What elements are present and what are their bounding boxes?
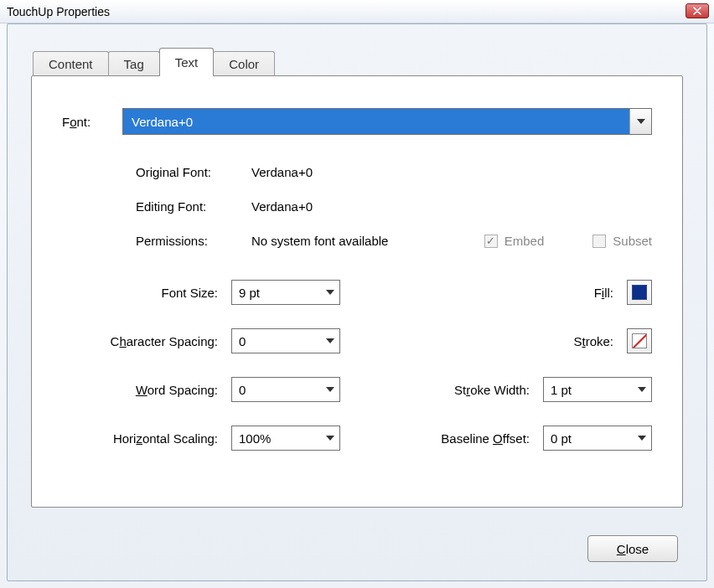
- permissions-label: Permissions:: [136, 234, 251, 248]
- properties-grid: Font Size: 9 pt Fill: Character Spacing:: [62, 280, 652, 451]
- baseline-offset-field: Baseline Offset: 0 pt: [374, 426, 652, 451]
- character-spacing-value: 0: [232, 329, 321, 353]
- tab-text[interactable]: Text: [159, 48, 215, 76]
- chevron-down-icon: [633, 378, 651, 401]
- window-title: TouchUp Properties: [7, 5, 110, 18]
- editing-font-row: Editing Font: Verdana+0: [136, 199, 652, 214]
- dialog-footer: Close: [587, 535, 678, 562]
- font-combobox-button: [629, 109, 651, 134]
- font-row: Font: Verdana+0: [62, 108, 652, 135]
- subset-checkbox-group: Subset: [592, 234, 652, 248]
- stroke-field: Stroke:: [374, 328, 652, 353]
- editing-font-label: Editing Font:: [136, 199, 251, 214]
- font-size-value: 9 pt: [232, 281, 321, 304]
- character-spacing-combobox[interactable]: 0: [231, 328, 340, 353]
- font-size-combobox[interactable]: 9 pt: [231, 280, 340, 305]
- stroke-none-swatch: [632, 333, 647, 348]
- font-label: Font:: [62, 115, 122, 129]
- tabstrip: Content Tag Text Color: [33, 48, 683, 76]
- horizontal-scaling-combobox[interactable]: 100%: [231, 426, 340, 451]
- chevron-down-icon: [637, 119, 645, 124]
- stroke-label: Stroke:: [573, 334, 613, 348]
- horizontal-scaling-value: 100%: [232, 426, 321, 450]
- tab-content[interactable]: Content: [33, 51, 109, 76]
- embed-label: Embed: [504, 234, 545, 248]
- dialog-body: Content Tag Text Color Font: Verdana+0 O…: [7, 23, 707, 581]
- font-combobox-value: Verdana+0: [123, 109, 629, 134]
- permissions-row: Permissions: No system font available Em…: [136, 234, 652, 248]
- chevron-down-icon: [321, 378, 339, 401]
- close-button[interactable]: Close: [587, 535, 678, 562]
- permissions-value: No system font available: [251, 234, 388, 248]
- tab-tag[interactable]: Tag: [108, 51, 160, 76]
- fill-field: Fill:: [374, 280, 652, 305]
- character-spacing-label: Character Spacing:: [111, 334, 218, 348]
- embed-checkbox: [484, 235, 498, 248]
- original-font-row: Original Font: Verdana+0: [136, 165, 652, 179]
- tab-color[interactable]: Color: [213, 51, 275, 76]
- baseline-offset-value: 0 pt: [544, 426, 633, 450]
- window-close-button[interactable]: [686, 3, 709, 18]
- chevron-down-icon: [321, 281, 339, 304]
- original-font-label: Original Font:: [136, 165, 251, 179]
- font-size-label: Font Size:: [161, 286, 218, 300]
- stroke-width-combobox[interactable]: 1 pt: [543, 377, 652, 402]
- baseline-offset-label: Baseline Offset:: [441, 431, 530, 446]
- embed-checkbox-group: Embed: [484, 234, 545, 248]
- word-spacing-value: 0: [232, 378, 321, 401]
- horizontal-scaling-label: Horizontal Scaling:: [113, 431, 218, 446]
- titlebar: TouchUp Properties: [0, 0, 714, 23]
- word-spacing-combobox[interactable]: 0: [231, 377, 340, 402]
- font-combobox[interactable]: Verdana+0: [122, 108, 652, 135]
- horizontal-scaling-field: Horizontal Scaling: 100%: [62, 426, 340, 451]
- editing-font-value: Verdana+0: [251, 199, 313, 214]
- subset-checkbox: [592, 235, 606, 248]
- stroke-width-value: 1 pt: [544, 378, 633, 401]
- tab-panel-text: Font: Verdana+0 Original Font: Verdana+0…: [31, 75, 683, 508]
- permissions-checkboxes: Embed Subset: [484, 234, 652, 248]
- stroke-width-field: Stroke Width: 1 pt: [374, 377, 652, 402]
- baseline-offset-combobox[interactable]: 0 pt: [543, 426, 652, 451]
- original-font-value: Verdana+0: [251, 165, 313, 179]
- stroke-width-label: Stroke Width:: [454, 383, 530, 397]
- character-spacing-field: Character Spacing: 0: [62, 328, 340, 353]
- font-size-field: Font Size: 9 pt: [62, 280, 340, 305]
- dialog-window: TouchUp Properties Content Tag Text Colo…: [0, 0, 714, 588]
- font-info-block: Original Font: Verdana+0 Editing Font: V…: [136, 165, 652, 248]
- word-spacing-label: Word Spacing:: [136, 383, 218, 397]
- chevron-down-icon: [633, 426, 651, 450]
- fill-label: Fill:: [594, 286, 613, 300]
- stroke-color-button[interactable]: [627, 328, 652, 353]
- word-spacing-field: Word Spacing: 0: [62, 377, 340, 402]
- fill-color-swatch: [632, 285, 647, 300]
- subset-label: Subset: [613, 234, 652, 248]
- chevron-down-icon: [321, 329, 339, 353]
- chevron-down-icon: [321, 426, 339, 450]
- close-icon: [693, 7, 701, 15]
- fill-color-button[interactable]: [627, 280, 652, 305]
